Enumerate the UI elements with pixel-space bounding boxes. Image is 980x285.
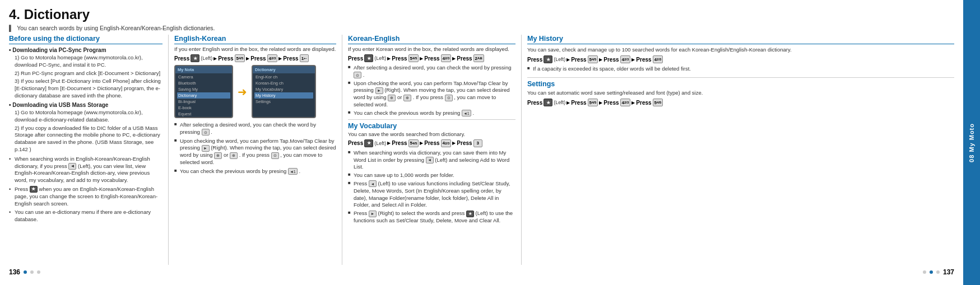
dot-left-3: [37, 270, 40, 274]
dot-left-1: [24, 270, 27, 274]
col1-step2: 2) Run PC-Sync program and click [E-Docu…: [9, 70, 162, 77]
history-title: My History: [527, 35, 954, 44]
vocab-b2: ■You can save up to 1,000 words per fold…: [348, 172, 515, 179]
col3-press-row: Press ★ (Left) ▶ Press 54/5 ▶ Press 42/3…: [348, 54, 515, 62]
settings-press-row: Press ★ (Left) ▶ Press 54/5 ▶ Press 42/3…: [527, 99, 954, 106]
col1-step1: 1) Go to Motorola homepage (www.mymotoro…: [9, 54, 162, 69]
col2-bullet2: ■Upon checking the word, you can perform…: [174, 138, 336, 166]
col1-usb1: 1) Go to Motorola homepage (www.mymotoro…: [9, 109, 162, 124]
col2-press-row: Press ★ (Left) ▶ Press 54/5 ▶ Press 42/3…: [174, 54, 336, 62]
screenshot-area: My Nota Camera Bluetooth Saving My Dicti…: [174, 65, 336, 118]
col3-b2: ■Upon checking the word, you can perform…: [348, 80, 515, 109]
arrow2: ▶: [246, 56, 249, 61]
arrow-icon: ➜: [238, 85, 247, 99]
col3-b3: ■You can check the previous words by pre…: [348, 110, 515, 117]
dot-right-1: [923, 270, 926, 274]
col3-title: Korean-English: [348, 35, 515, 44]
page-number: 4. Dictionary: [9, 7, 90, 22]
col2-bullet3: ■You can check the previous words by pre…: [174, 168, 336, 175]
press-label3: Press: [250, 55, 266, 62]
col1-note2: •Press ★ when you are on English-Korean/…: [9, 186, 162, 207]
page-subtitle: ▌ You can search words by using English-…: [9, 25, 954, 31]
col2-bullet1: ■After selecting a desired word, you can…: [174, 122, 336, 136]
side-tab-label: 08 My Moto: [968, 123, 975, 162]
col1-note3: •You can use an e-dictionary menu if the…: [9, 209, 162, 223]
col1-usb-title: • Downloading via USB Mass Storage: [9, 102, 162, 108]
settings-title: Settings: [527, 80, 954, 88]
vocab-b4: ■Press ► (Right) to select the words and…: [348, 210, 515, 225]
col3-subtitle: If you enter Korean word in the box, the…: [348, 46, 515, 52]
col1: Before using the dictionary • Downloadin…: [9, 35, 169, 265]
col1-step3: 3) If you select [Put E-Dictionary into …: [9, 78, 162, 99]
press-label4: Press: [283, 55, 298, 62]
dot-right-2: [930, 270, 933, 274]
col1-note1: •When searching words in English-Korean/…: [9, 156, 162, 184]
col1-usb2: 2) If you copy a downloaded file to DIC …: [9, 125, 162, 153]
vocab-subtitle: You can save the words searched from dic…: [348, 131, 515, 137]
arrow1: ▶: [213, 56, 217, 61]
press-label2: Press: [218, 55, 233, 62]
col4: My History You can save, check and manag…: [522, 35, 954, 265]
col1-dl-title: • Downloading via PC-Sync Program: [9, 47, 162, 53]
phone-screen-1: My Nota Camera Bluetooth Saving My Dicti…: [174, 65, 233, 118]
press-label: Press: [174, 55, 189, 62]
vocab-press-row: Press ★ (Left) ▶ Press 54/5 ▶ Press 42/3…: [348, 139, 515, 147]
vocab-b3: ■Press ◄ (Left) to use various functions…: [348, 180, 515, 209]
vocab-b1: ■When searching words via dictionary, yo…: [348, 149, 515, 171]
star-key: ★: [191, 54, 199, 62]
vocab-title: My Vocabulary: [348, 122, 515, 130]
history-press-row: Press ★ (Left) ▶ Press 54/5 ▶ Press 42/3…: [527, 55, 954, 63]
dot-right-3: [936, 270, 940, 274]
history-text: You can save, check and manage up to 100…: [527, 46, 954, 53]
col3-b1: ■After selecting a desired word, you can…: [348, 64, 515, 79]
col2-title: English-Korean: [174, 35, 336, 44]
footer-left: 136: [9, 268, 40, 276]
col2: English-Korean If you enter English word…: [169, 35, 342, 265]
side-tab: 08 My Moto: [963, 0, 980, 285]
page-num-right: 137: [943, 268, 954, 276]
col1-title: Before using the dictionary: [9, 35, 162, 44]
key-4: 42/3: [267, 54, 278, 62]
footer-right: 137: [923, 268, 954, 276]
phone-screen-2: Dictionary Engl-Kor ch Korean-Eng ch My …: [252, 65, 316, 118]
page-num-left: 136: [9, 268, 20, 276]
arrow3: ▶: [278, 56, 282, 61]
key-1: 1+-: [300, 54, 309, 62]
left-label: (Left): [201, 55, 212, 61]
col3: Korean-English If you enter Korean word …: [342, 35, 522, 265]
page-title-area: 4. Dictionary: [9, 7, 954, 22]
settings-text: You can set automatic word save setting/…: [527, 89, 954, 96]
dot-left-2: [30, 270, 34, 274]
key-5: 54/5: [235, 54, 245, 62]
col2-subtitle: If you enter English word in the box, th…: [174, 46, 336, 52]
history-bullet: ■If a capacity is exceeded its space, ol…: [527, 66, 954, 73]
page-footer: 136 137: [9, 265, 954, 276]
